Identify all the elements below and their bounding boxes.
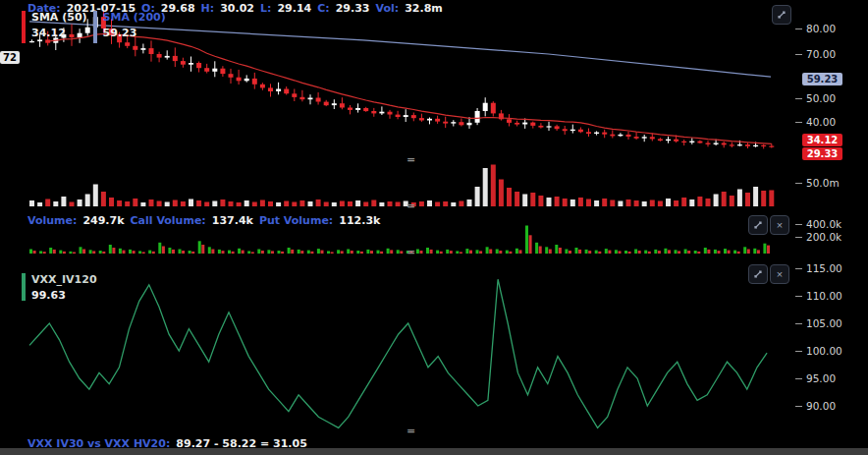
pane-resize-grip[interactable]: = xyxy=(407,200,415,211)
iv-chart[interactable] xyxy=(0,256,795,435)
price-volume-bars xyxy=(29,165,774,207)
expand-icon xyxy=(753,269,763,279)
axis-tick: 50.0m xyxy=(795,177,840,189)
sma50-label: SMA (50) xyxy=(31,11,87,24)
tick-mark xyxy=(795,351,802,352)
volume-panel-close-button[interactable]: × xyxy=(770,215,789,235)
tick-mark xyxy=(795,122,802,123)
axis-tick: 50.00 xyxy=(795,92,836,104)
iv-indicator-label: VXX_IV120 xyxy=(31,273,97,286)
tick-mark xyxy=(795,183,802,184)
expand-icon xyxy=(753,220,763,230)
left-axis-price-tag: 72 xyxy=(0,51,20,64)
close-icon: × xyxy=(777,217,783,234)
tick-mark xyxy=(795,224,802,225)
axis-tick: 100.00 xyxy=(795,345,842,357)
tick-mark xyxy=(795,268,802,269)
axis-tick: 115.00 xyxy=(795,262,842,274)
option-volume-header: Volume: 249.7k Call Volume: 137.4k Put V… xyxy=(27,214,380,227)
total-volume-label: Volume: xyxy=(27,214,77,227)
iv-panel-close-button[interactable]: × xyxy=(770,264,789,284)
iv-panel-expand-button[interactable] xyxy=(748,264,768,284)
charting-app: Date: 2021-07-15 O: 29.68 H: 30.02 L: 29… xyxy=(0,0,868,455)
high-label: H: xyxy=(201,2,215,15)
iv-indicator-value: 99.63 xyxy=(31,289,97,302)
close-value: 29.33 xyxy=(336,2,370,15)
iv-color-bar xyxy=(22,273,26,301)
axis-tick: 105.00 xyxy=(795,317,842,329)
call-put-volume-bars xyxy=(29,226,770,255)
iv-line xyxy=(29,279,767,427)
axis-tick: 95.00 xyxy=(795,372,836,384)
price-tag: 34.12 xyxy=(802,134,842,146)
volume-label: Vol: xyxy=(376,2,400,15)
tick-mark xyxy=(795,98,802,99)
sma200-color-bar xyxy=(93,11,97,43)
close-icon: × xyxy=(777,266,783,283)
pane-resize-grip[interactable]: = xyxy=(407,247,415,257)
tick-mark xyxy=(795,54,802,55)
volume-panel-expand-button[interactable] xyxy=(748,215,768,235)
tick-mark xyxy=(795,323,802,324)
axis-tick: 70.00 xyxy=(795,48,836,60)
axis-tick: 90.00 xyxy=(795,400,836,412)
axis-tick: 110.00 xyxy=(795,290,842,302)
axis-tick: 200.0k xyxy=(795,231,841,243)
total-volume-value: 249.7k xyxy=(82,214,124,227)
close-label: C: xyxy=(317,2,329,15)
high-value: 30.02 xyxy=(220,2,254,15)
horizontal-scrollbar[interactable] xyxy=(0,448,868,455)
tick-mark xyxy=(795,378,802,379)
expand-icon xyxy=(777,10,787,20)
axis-tick: 40.00 xyxy=(795,116,836,128)
pane-resize-grip[interactable]: = xyxy=(407,426,415,436)
low-value: 29.14 xyxy=(277,2,311,15)
sma50-line xyxy=(48,34,772,144)
price-tag: 29.33 xyxy=(802,147,842,160)
axis-tick: 80.00 xyxy=(795,23,836,34)
price-tag: 59.23 xyxy=(802,73,842,85)
put-volume-label: Put Volume: xyxy=(259,214,333,227)
put-volume-value: 112.3k xyxy=(339,214,380,227)
tick-mark xyxy=(795,406,802,407)
tick-mark xyxy=(795,28,802,29)
sma200-value: 59.23 xyxy=(103,27,166,39)
price-panel-expand-button[interactable] xyxy=(772,5,791,25)
sma50-color-bar xyxy=(22,11,26,43)
volume-value: 32.8m xyxy=(405,2,443,15)
tick-mark xyxy=(795,237,802,238)
open-value: 29.68 xyxy=(161,2,195,15)
tick-mark xyxy=(795,296,802,297)
axis-tick: 400.0k xyxy=(795,218,841,230)
call-volume-value: 137.4k xyxy=(212,214,253,227)
call-volume-label: Call Volume: xyxy=(131,214,206,227)
low-label: L: xyxy=(260,2,271,15)
sma-legend: SMA (50) 34.12 SMA (200) 59.23 xyxy=(22,11,166,43)
iv-legend: VXX_IV120 99.63 xyxy=(22,273,97,302)
sma200-label: SMA (200) xyxy=(103,11,166,24)
pane-resize-grip[interactable]: = xyxy=(407,154,415,165)
sma50-value: 34.12 xyxy=(31,27,87,39)
